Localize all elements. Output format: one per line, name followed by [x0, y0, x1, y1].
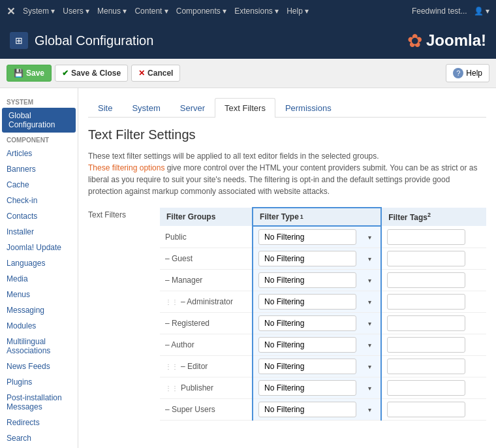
group-cell: – Super Users — [160, 399, 253, 421]
nav-help[interactable]: Help ▾ — [287, 7, 309, 16]
system-section-label: SYSTEM — [0, 95, 78, 108]
sidebar-item-banners[interactable]: Banners — [0, 161, 78, 177]
group-name: Public — [165, 232, 187, 242]
chevron-down-icon: ▾ — [368, 277, 371, 284]
filter-tags-input[interactable] — [387, 315, 465, 331]
nav-content[interactable]: Content ▾ — [134, 7, 168, 16]
sidebar-item-articles[interactable]: Articles — [0, 146, 78, 161]
drag-handle-icon[interactable]: ⋮⋮ — [165, 363, 178, 370]
tab-system[interactable]: System — [122, 98, 170, 118]
description-block: These text filter settings will be appli… — [88, 150, 486, 197]
save-button[interactable]: 💾 Save — [7, 65, 52, 82]
group-name: Publisher — [181, 383, 213, 392]
chevron-down-icon: ▾ — [368, 363, 371, 370]
help-button[interactable]: ? Help — [446, 64, 489, 82]
tab-server[interactable]: Server — [170, 98, 215, 118]
sidebar-item-contacts[interactable]: Contacts — [0, 208, 78, 224]
sidebar-item-post-installation[interactable]: Post-installation Messages — [0, 390, 78, 415]
filter-tags-input[interactable] — [387, 229, 465, 245]
tab-permissions[interactable]: Permissions — [275, 98, 341, 118]
filter-type-select[interactable]: No FilteringBlack ListWhite List — [258, 294, 356, 310]
nav-extensions[interactable]: Extensions ▾ — [234, 7, 279, 16]
top-nav-right: Feedwind test... 👤 ▾ — [412, 7, 489, 16]
table-row: ⋮⋮– AdministratorNo FilteringBlack ListW… — [160, 291, 486, 313]
main-layout: SYSTEM Global Configuration COMPONENT Ar… — [0, 88, 496, 448]
nav-system[interactable]: System ▾ — [23, 7, 55, 16]
sidebar-item-joomla-update[interactable]: Joomla! Update — [0, 240, 78, 255]
chevron-down-icon: ▾ — [368, 406, 371, 413]
chevron-down-icon: ▾ — [368, 234, 371, 241]
filter-tags-input[interactable] — [387, 380, 465, 396]
table-row: – RegisteredNo FilteringBlack ListWhite … — [160, 313, 486, 334]
filter-type-select[interactable]: No FilteringBlack ListWhite List — [258, 359, 356, 374]
sidebar-item-installer[interactable]: Installer — [0, 224, 78, 240]
description-line1: These text filter settings will be appli… — [88, 150, 486, 162]
nav-components[interactable]: Components ▾ — [176, 7, 226, 16]
filter-type-select[interactable]: No FilteringBlack ListWhite List — [258, 315, 356, 331]
nav-users[interactable]: Users ▾ — [63, 7, 89, 16]
type-cell: No FilteringBlack ListWhite List▾ — [253, 399, 381, 421]
filter-tags-input[interactable] — [387, 294, 465, 310]
group-cell: – Manager — [160, 270, 253, 291]
filter-type-select[interactable]: No FilteringBlack ListWhite List — [258, 337, 356, 353]
sidebar-item-modules[interactable]: Modules — [0, 318, 78, 334]
group-name: – Registered — [165, 319, 209, 328]
save-close-button[interactable]: ✔ Save & Close — [55, 65, 128, 82]
filter-type-select[interactable]: No FilteringBlack ListWhite List — [258, 229, 356, 245]
group-name: – Author — [165, 340, 194, 349]
filter-type-select[interactable]: No FilteringBlack ListWhite List — [258, 251, 356, 266]
table-row: – Super UsersNo FilteringBlack ListWhite… — [160, 399, 486, 421]
sidebar-item-search[interactable]: Search — [0, 430, 78, 446]
sidebar-item-menus[interactable]: Menus — [0, 287, 78, 302]
sidebar-item-plugins[interactable]: Plugins — [0, 374, 78, 390]
type-cell: No FilteringBlack ListWhite List▾ — [253, 356, 381, 377]
sidebar-item-redirects[interactable]: Redirects — [0, 415, 78, 430]
description-line2: These filtering options give more contro… — [88, 162, 486, 197]
chevron-down-icon: ▾ — [368, 342, 371, 349]
drag-handle-icon[interactable]: ⋮⋮ — [165, 298, 178, 306]
tags-cell — [381, 356, 486, 377]
nav-menus[interactable]: Menus ▾ — [97, 7, 127, 16]
filter-type-select[interactable]: No FilteringBlack ListWhite List — [258, 380, 356, 396]
sidebar-item-media[interactable]: Media — [0, 271, 78, 287]
top-nav-left: ✕ System ▾ Users ▾ Menus ▾ Content ▾ Com… — [7, 5, 309, 18]
filter-tags-input[interactable] — [387, 402, 465, 417]
filter-tags-input[interactable] — [387, 272, 465, 288]
group-name: – Administrator — [181, 297, 233, 306]
tab-site[interactable]: Site — [88, 98, 122, 118]
type-cell: No FilteringBlack ListWhite List▾ — [253, 377, 381, 399]
sidebar-item-multilingual[interactable]: Multilingual Associations — [0, 334, 78, 359]
table-row: PublicNo FilteringBlack ListWhite List▾ — [160, 226, 486, 248]
group-cell: – Guest — [160, 248, 253, 270]
filter-tags-input[interactable] — [387, 359, 465, 374]
save-icon: 💾 — [14, 69, 23, 78]
sidebar-item-cache[interactable]: Cache — [0, 177, 78, 193]
filter-tags-input[interactable] — [387, 251, 465, 266]
page-header-title: Global Configuration — [35, 33, 153, 48]
joomla-x-icon: ✕ — [7, 5, 15, 18]
cancel-button[interactable]: ✕ Cancel — [131, 65, 180, 82]
toolbar: 💾 Save ✔ Save & Close ✕ Cancel ? Help — [0, 59, 496, 88]
col-type: Filter Type1 — [253, 208, 381, 226]
top-navigation: ✕ System ▾ Users ▾ Menus ▾ Content ▾ Com… — [0, 0, 496, 22]
drag-handle-icon[interactable]: ⋮⋮ — [165, 385, 178, 392]
tab-text-filters[interactable]: Text Filters — [215, 98, 275, 118]
joomla-flower-icon: ✿ — [407, 30, 422, 52]
header-logo-icon: ⊞ — [10, 32, 28, 49]
grid-icon: ⊞ — [15, 35, 23, 46]
chevron-down-icon: ▾ — [368, 385, 371, 392]
sidebar-item-check-in[interactable]: Check-in — [0, 193, 78, 208]
chevron-down-icon: ▾ — [368, 255, 371, 263]
sidebar-item-global-configuration[interactable]: Global Configuration — [2, 108, 76, 133]
filter-tags-input[interactable] — [387, 337, 465, 353]
sidebar-item-news-feeds[interactable]: News Feeds — [0, 359, 78, 374]
user-name[interactable]: Feedwind test... — [412, 7, 467, 16]
sidebar-item-messaging[interactable]: Messaging — [0, 302, 78, 318]
filter-type-select[interactable]: No FilteringBlack ListWhite List — [258, 402, 356, 417]
user-icon[interactable]: 👤 ▾ — [474, 7, 489, 16]
component-section-label: COMPONENT — [0, 133, 78, 146]
group-cell: ⋮⋮– Administrator — [160, 291, 253, 313]
filter-type-select[interactable]: No FilteringBlack ListWhite List — [258, 272, 356, 288]
description-highlight: These filtering options — [88, 163, 164, 172]
sidebar-item-languages[interactable]: Languages — [0, 255, 78, 271]
